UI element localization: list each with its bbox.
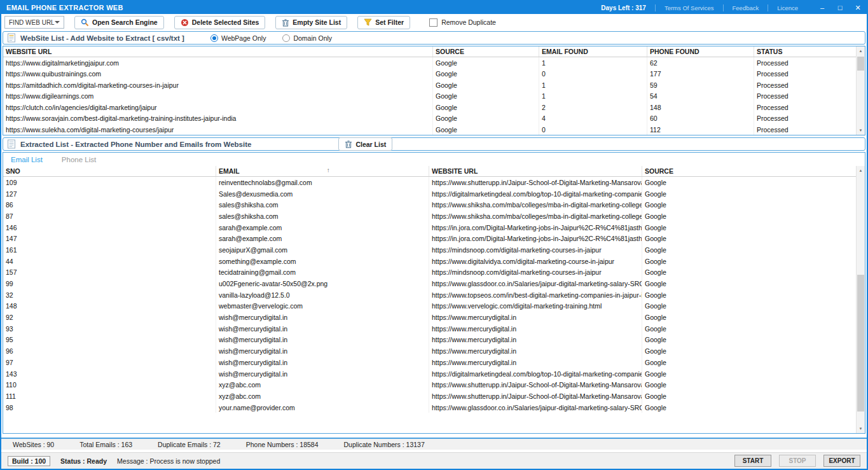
column-header-website-url[interactable]: WEBSITE URL <box>3 46 433 57</box>
cell-email: sarah@example.com <box>216 222 429 233</box>
cell-website-url: https://www.digilearnings.com <box>3 91 433 102</box>
email-table-row[interactable]: 98 your.name@provider.com https://www.gl… <box>3 402 856 413</box>
link-licence[interactable]: Licence <box>768 4 798 11</box>
delete-selected-sites-button[interactable]: Delete Selected Sites <box>174 16 266 29</box>
cell-sno: 97 <box>3 357 216 368</box>
cell-sno: 87 <box>3 211 216 222</box>
email-table-row[interactable]: 161 seojaipurX@gmail.com https://mindsno… <box>3 244 856 256</box>
export-button[interactable]: EXPORT <box>823 455 860 467</box>
cell-email: tecidatraining@gmail.com <box>216 267 429 279</box>
column-header-email[interactable]: EMAIL ↑ <box>216 166 429 176</box>
email-table-row[interactable]: 95 wish@mercurydigital.in https://www.me… <box>3 335 856 346</box>
cell-status: Processed <box>754 113 856 125</box>
email-table-row[interactable]: 99 u002Fgeneric-avatar-50x50@2x.png http… <box>3 278 856 289</box>
find-web-url-dropdown[interactable]: FIND WEB URL <box>4 16 64 29</box>
cell-website-url: https://www.mercurydigital.in <box>429 345 642 357</box>
scroll-track[interactable] <box>857 175 865 424</box>
cell-email: u002Fgeneric-avatar-50x50@2x.png <box>216 278 429 289</box>
column-header-phone-found[interactable]: PHONE FOUND <box>647 46 754 57</box>
cell-website-url: https://mindsnoop.com/digital-marketing-… <box>429 244 642 256</box>
cell-email: sales@shiksha.com <box>216 199 429 211</box>
set-filter-button[interactable]: Set Filter <box>357 16 410 29</box>
phone-numbers-count: Phone Numbers : 18584 <box>246 441 319 448</box>
website-table-row[interactable]: https://www.digilearnings.com Google 1 5… <box>3 91 856 102</box>
cell-source: Google <box>433 69 539 80</box>
website-table-body: https://www.digitalmarketingjaipur.com G… <box>3 57 856 135</box>
minimize-icon[interactable]: – <box>813 1 831 14</box>
scroll-thumb[interactable] <box>857 57 864 71</box>
scroll-thumb[interactable] <box>857 275 864 412</box>
email-table-row[interactable]: 146 sarah@example.com https://in.jora.co… <box>3 222 856 233</box>
column-header-sno[interactable]: SNO <box>3 166 216 176</box>
scroll-up-icon[interactable]: ▲ <box>857 166 865 175</box>
email-table-row[interactable]: 157 tecidatraining@gmail.com https://min… <box>3 267 856 279</box>
column-header-source-2[interactable]: SOURCE <box>642 166 856 176</box>
scroll-down-icon[interactable]: ▼ <box>857 126 865 135</box>
email-table-row[interactable]: 127 Sales@dexusmedia.com https://digital… <box>3 188 856 200</box>
email-table-row[interactable]: 111 xyz@abc.com https://www.shutterupp.i… <box>3 391 856 402</box>
email-table-row[interactable]: 87 sales@shiksha.com https://www.shiksha… <box>3 211 856 222</box>
email-table-row[interactable]: 92 wish@mercurydigital.in https://www.me… <box>3 312 856 323</box>
remove-duplicate-checkbox[interactable] <box>429 18 437 27</box>
website-table-scrollbar[interactable]: ▲ ▼ <box>856 46 865 135</box>
search-icon <box>81 18 89 27</box>
email-table-scrollbar[interactable]: ▲ ▼ <box>856 166 865 433</box>
tab-phone-list[interactable]: Phone List <box>62 156 96 163</box>
column-header-website-url-2[interactable]: WEBSITE URL <box>429 166 642 176</box>
tab-email-list[interactable]: Email List <box>11 156 43 163</box>
app-window: EMAIL PHONE EXTRACTOR WEB Days Left : 31… <box>0 0 868 470</box>
website-table-row[interactable]: https://www.digitalmarketingjaipur.com G… <box>3 57 856 69</box>
link-terms-of-services[interactable]: Terms Of Services <box>655 4 714 11</box>
scroll-down-icon[interactable]: ▼ <box>857 424 865 433</box>
cell-source: Google <box>642 177 856 188</box>
cell-website-url: https://amitdadhich.com/digital-marketin… <box>3 79 433 91</box>
trash-icon <box>345 140 352 148</box>
website-table-row[interactable]: https://www.sulekha.com/digital-marketin… <box>3 124 856 135</box>
cell-sno: 111 <box>3 391 216 402</box>
email-table-row[interactable]: 143 wish@mercurydigital.in https://digit… <box>3 368 856 380</box>
website-table-row[interactable]: https://www.soravjain.com/best-digital-m… <box>3 113 856 125</box>
scope-radios: WebPage Only Domain Only <box>210 34 332 42</box>
email-table-row[interactable]: 96 wish@mercurydigital.in https://www.me… <box>3 345 856 357</box>
cell-sno: 127 <box>3 188 216 200</box>
maximize-icon[interactable]: □ <box>831 1 849 14</box>
email-table-row[interactable]: 110 xyz@abc.com https://www.shutterupp.i… <box>3 379 856 391</box>
website-table-row[interactable]: https://www.quibustrainings.com Google 0… <box>3 69 856 80</box>
email-table-row[interactable]: 44 something@example.com https://www.dig… <box>3 256 856 267</box>
email-table-row[interactable]: 32 vanilla-lazyload@12.5.0 https://www.t… <box>3 289 856 301</box>
email-table-row[interactable]: 93 wish@mercurydigital.in https://www.me… <box>3 323 856 335</box>
email-table-row[interactable]: 109 reinventtechnolabs@gmail.com https:/… <box>3 177 856 188</box>
cell-website-url: https://www.vervelogic.com/digital-marke… <box>429 301 642 312</box>
cell-source: Google <box>642 335 856 346</box>
column-header-source[interactable]: SOURCE <box>433 46 539 57</box>
duplicate-numbers-count: Duplicate Numbers : 13137 <box>344 441 425 448</box>
cell-website-url: https://www.shiksha.com/mba/colleges/mba… <box>429 211 642 222</box>
open-search-engine-button[interactable]: Open Search Engine <box>74 16 164 29</box>
stop-button[interactable]: STOP <box>779 455 816 467</box>
scroll-track[interactable] <box>857 55 865 126</box>
filter-icon <box>364 18 372 26</box>
website-table-row[interactable]: https://amitdadhich.com/digital-marketin… <box>3 79 856 91</box>
link-feedback[interactable]: Feedback <box>723 4 759 11</box>
webpage-only-radio[interactable]: WebPage Only <box>210 34 266 42</box>
email-table-row[interactable]: 97 wish@mercurydigital.in https://www.me… <box>3 357 856 368</box>
cell-phone-found: 54 <box>647 91 754 102</box>
action-buttons: START STOP EXPORT <box>734 455 860 467</box>
cell-website-url: https://in.jora.com/Digital-Marketing-jo… <box>429 233 642 244</box>
start-button[interactable]: START <box>734 455 771 467</box>
website-table-row[interactable]: https://clutch.co/in/agencies/digital-ma… <box>3 102 856 113</box>
clear-list-button[interactable]: Clear List <box>338 137 392 151</box>
domain-only-label: Domain Only <box>293 34 332 42</box>
domain-only-radio[interactable]: Domain Only <box>282 34 332 42</box>
column-header-status[interactable]: STATUS <box>754 46 856 57</box>
scroll-up-icon[interactable]: ▲ <box>857 46 865 55</box>
email-table-row[interactable]: 148 webmaster@vervelogic.com https://www… <box>3 301 856 312</box>
email-table-row[interactable]: 86 sales@shiksha.com https://www.shiksha… <box>3 199 856 211</box>
close-icon[interactable]: ✕ <box>849 1 867 14</box>
email-table-row[interactable]: 147 sarah@example.com https://in.jora.co… <box>3 233 856 244</box>
cell-source: Google <box>642 301 856 312</box>
cell-source: Google <box>433 57 539 69</box>
cell-source: Google <box>433 79 539 91</box>
empty-site-list-button[interactable]: Empty Site List <box>275 16 347 29</box>
column-header-email-found[interactable]: EMAIL FOUND <box>539 46 647 57</box>
